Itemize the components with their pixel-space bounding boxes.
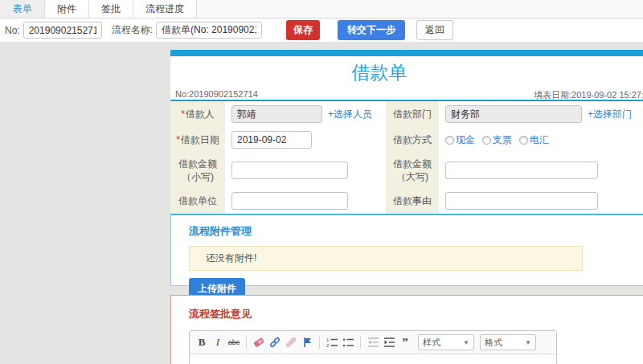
svg-text:1: 1 xyxy=(326,337,330,342)
blockquote-button[interactable]: ” xyxy=(398,335,412,350)
flow-name-label: 流程名称: xyxy=(112,23,153,37)
borrow-reason-cell xyxy=(439,188,643,214)
radio-cash[interactable]: 现金 xyxy=(445,133,475,147)
indent-icon[interactable] xyxy=(382,335,396,350)
borrow-unit-input[interactable] xyxy=(231,192,348,210)
back-button[interactable]: 返回 xyxy=(416,20,453,40)
borrow-date-label: *借款日期 xyxy=(170,127,225,153)
payment-method-label: 借款方式 xyxy=(386,127,439,153)
next-step-button[interactable]: 转交下一步 xyxy=(338,20,405,40)
tab-approval[interactable]: 签批 xyxy=(89,0,133,18)
select-person-link[interactable]: +选择人员 xyxy=(328,108,372,121)
flow-name-input[interactable] xyxy=(156,22,262,39)
no-input[interactable] xyxy=(23,22,102,39)
radio-check[interactable]: 支票 xyxy=(482,133,512,147)
approval-title: 流程签批意见 xyxy=(189,307,643,321)
attachments-title: 流程附件管理 xyxy=(189,224,643,239)
radio-icon xyxy=(519,136,528,145)
amount-upper-cell xyxy=(439,153,643,188)
italic-button[interactable]: I xyxy=(211,335,225,350)
select-department-link[interactable]: +选择部门 xyxy=(588,108,632,121)
required-mark: * xyxy=(176,134,180,145)
borrower-cell: +选择人员 xyxy=(225,101,386,127)
department-cell: +选择部门 xyxy=(439,101,643,127)
format-select[interactable]: 格式 ▼ xyxy=(480,334,536,350)
chevron-down-icon: ▼ xyxy=(463,339,469,346)
required-mark: * xyxy=(181,108,185,120)
top-accent-bar xyxy=(170,50,643,56)
toolbar-separator xyxy=(246,337,247,349)
department-input[interactable] xyxy=(445,105,582,123)
amount-upper-label: 借款金额（大写) xyxy=(386,153,439,188)
amount-uppercase-input[interactable] xyxy=(445,162,598,179)
bulleted-list-icon[interactable] xyxy=(341,335,355,350)
amount-lowercase-input[interactable] xyxy=(231,162,348,179)
strikethrough-button[interactable]: abc xyxy=(227,335,241,350)
bold-button[interactable]: B xyxy=(195,335,209,350)
toolbar-separator xyxy=(319,337,320,349)
amount-lower-cell xyxy=(225,153,386,188)
loan-form-panel: 借款单 No:20190902152714 填表日期:2019-09-02 15… xyxy=(170,50,643,218)
chevron-down-icon: ▼ xyxy=(525,339,531,346)
save-button[interactable]: 保存 xyxy=(286,20,320,40)
borrow-unit-label: 借款单位 xyxy=(170,188,225,214)
tab-attachments[interactable]: 附件 xyxy=(45,0,89,18)
unlink-icon[interactable] xyxy=(284,335,298,350)
borrow-date-input[interactable] xyxy=(231,131,312,149)
department-label: 借款部门 xyxy=(386,101,439,127)
link-icon[interactable] xyxy=(268,335,282,350)
editor-content-area[interactable] xyxy=(190,354,556,364)
toolbar-separator xyxy=(360,337,361,349)
tab-form[interactable]: 表单 xyxy=(0,0,45,18)
outdent-icon[interactable] xyxy=(366,335,380,350)
borrower-input[interactable] xyxy=(231,105,322,123)
style-select[interactable]: 样式 ▼ xyxy=(418,334,474,350)
borrow-reason-label: 借款事由 xyxy=(386,188,439,214)
anchor-flag-icon[interactable] xyxy=(300,335,314,350)
form-no: No:20190902152714 xyxy=(175,89,258,99)
form-fill-date: 填表日期:2019-09-02 15:27:1 xyxy=(534,89,643,101)
no-attachment-notice: 还没有附件! xyxy=(189,246,583,271)
borrow-reason-input[interactable] xyxy=(445,192,598,210)
payment-method-radios: 现金 支票 电汇 xyxy=(445,133,549,147)
borrow-unit-cell xyxy=(225,188,386,214)
form-meta-row: No:20190902152714 填表日期:2019-09-02 15:27:… xyxy=(170,87,643,101)
form-title: 借款单 xyxy=(170,56,588,87)
borrow-date-cell xyxy=(225,127,386,153)
numbered-list-icon[interactable]: 1 2 xyxy=(325,335,339,350)
action-bar: No: 流程名称: 保存 转交下一步 返回 xyxy=(0,18,643,43)
amount-lower-label: 借款金额（小写) xyxy=(170,153,225,188)
editor-toolbar: B I abc xyxy=(190,331,556,354)
tab-progress[interactable]: 流程进度 xyxy=(133,0,197,18)
approval-panel: 流程签批意见 B I abc xyxy=(170,295,643,364)
radio-icon xyxy=(445,136,454,145)
remove-format-icon[interactable] xyxy=(252,335,266,350)
payment-method-cell: 现金 支票 电汇 xyxy=(439,127,643,153)
borrower-label: *借款人 xyxy=(170,101,225,127)
attachments-panel: 流程附件管理 还没有附件! 上传附件 xyxy=(170,215,643,286)
form-fields-grid: *借款人 +选择人员 借款部门 +选择部门 *借款日期 借款方式 现金 xyxy=(170,101,643,218)
tab-bar: 表单 附件 签批 流程进度 xyxy=(0,0,643,18)
radio-wire-transfer[interactable]: 电汇 xyxy=(519,133,549,147)
svg-text:2: 2 xyxy=(326,343,330,348)
rich-text-editor: B I abc xyxy=(189,330,557,364)
no-label: No: xyxy=(5,25,20,36)
radio-icon xyxy=(482,136,491,145)
